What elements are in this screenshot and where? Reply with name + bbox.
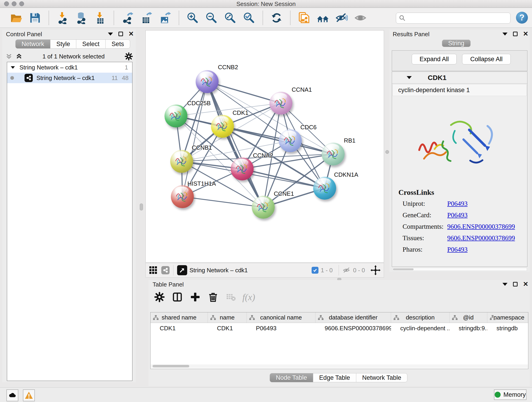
zoom-out-icon[interactable] [205, 12, 218, 24]
tab-select[interactable]: Select [76, 39, 106, 49]
table-cell[interactable]: P06493 [247, 323, 316, 333]
collapse-all-button[interactable]: Collapse All [462, 54, 511, 64]
apply-layout-icon[interactable] [270, 12, 283, 24]
selected-items-checkbox[interactable] [312, 267, 318, 274]
collapse-section-icon[interactable] [407, 76, 412, 79]
export-image-icon[interactable] [159, 12, 172, 24]
tab-node-table[interactable]: Node Table [270, 373, 313, 382]
tab-string[interactable]: String [442, 40, 471, 47]
table-options-gear-icon[interactable] [153, 291, 166, 303]
float-panel-icon[interactable] [119, 32, 123, 36]
crosslink-link[interactable]: P06493 [447, 200, 468, 207]
table-row[interactable]: CDK1CDK1P064939606.ENSP00000378699cyclin… [151, 323, 528, 333]
protein-structure-image [392, 96, 527, 188]
left-splitter-handle[interactable] [140, 204, 143, 211]
network-node-hist1h1a[interactable] [171, 185, 194, 208]
hide-graphics-details-icon[interactable] [335, 12, 348, 24]
network-node-ccne1[interactable] [252, 196, 275, 219]
expand-all-button[interactable]: Expand All [412, 54, 457, 64]
network-edge[interactable] [207, 82, 263, 207]
tab-network[interactable]: Network [15, 39, 51, 49]
help-icon[interactable]: ? [516, 12, 528, 24]
column-header-database-identifier[interactable]: database identifier [316, 313, 391, 323]
column-header-description[interactable]: description [391, 313, 450, 323]
float-panel-icon[interactable] [513, 282, 518, 287]
import-table-file-icon[interactable] [94, 12, 107, 24]
column-header-namespace[interactable]: namespace [487, 313, 528, 323]
close-panel-icon[interactable]: ✕ [128, 32, 134, 36]
network-node-ccnb2[interactable] [196, 70, 219, 93]
panel-menu-icon[interactable] [502, 283, 507, 286]
network-edge[interactable] [182, 197, 263, 207]
float-panel-icon[interactable] [513, 32, 518, 36]
zoom-in-icon[interactable] [186, 12, 199, 24]
column-header-shared-name[interactable]: shared name [151, 313, 208, 323]
results-scroll-thumb[interactable] [393, 268, 413, 270]
export-table-icon[interactable] [140, 12, 153, 24]
zoom-fit-icon[interactable] [224, 12, 237, 24]
tab-network-table[interactable]: Network Table [356, 373, 408, 382]
results-scrollbar[interactable] [392, 268, 527, 271]
network-canvas[interactable]: CCNB2CCNA1CDC25BCDK1CDC6RB1CCNB1CCNA2CDK… [146, 30, 384, 263]
expand-all-networks-icon[interactable] [6, 53, 12, 60]
import-network-file-icon[interactable] [56, 12, 69, 24]
network-node-cdkn1a[interactable] [313, 177, 336, 200]
home-pages-icon[interactable] [317, 12, 329, 24]
birds-eye-view-icon[interactable] [370, 265, 380, 275]
column-header-canonical-name[interactable]: canonical name [247, 313, 316, 323]
table-cell[interactable]: stringdb [487, 323, 528, 333]
collapse-collection-icon[interactable] [11, 66, 15, 69]
panel-menu-icon[interactable] [108, 32, 113, 36]
memory-button[interactable]: Memory [494, 389, 526, 400]
create-column-icon[interactable] [189, 291, 202, 303]
crosslink-link[interactable]: P06493 [447, 211, 468, 219]
zoom-selected-icon[interactable] [243, 12, 255, 24]
network-node-ccna2[interactable] [231, 157, 254, 180]
crosslink-link[interactable]: 9606.ENSP00000378699 [447, 223, 515, 230]
network-row[interactable]: String Network – cdk1 11 48 [7, 73, 132, 83]
network-node-cdc6[interactable] [279, 129, 302, 152]
table-cell[interactable]: 9606.ENSP00000378699 [316, 323, 391, 333]
network-options-gear-icon[interactable] [125, 52, 133, 61]
panel-menu-icon[interactable] [502, 32, 507, 36]
table-cell[interactable]: cyclin-dependent ... [391, 323, 450, 333]
collapse-all-networks-icon[interactable] [16, 53, 22, 60]
table-cell[interactable]: CDK1 [208, 323, 247, 333]
toolbar-separator [290, 11, 291, 25]
network-collection-row[interactable]: String Network – cdk1 1 [7, 62, 132, 73]
show-columns-icon[interactable] [171, 291, 184, 303]
warnings-button[interactable] [23, 389, 35, 401]
network-node-ccna1[interactable] [269, 92, 292, 115]
network-node-rb1[interactable] [322, 143, 345, 166]
close-panel-icon[interactable]: ✕ [523, 32, 528, 36]
tab-style[interactable]: Style [50, 39, 76, 49]
column-header-name[interactable]: name [208, 313, 247, 323]
tab-sets[interactable]: Sets [105, 39, 130, 49]
export-network-icon[interactable] [121, 12, 134, 24]
close-panel-icon[interactable]: ✕ [523, 282, 528, 287]
crosslink-link[interactable]: 9606.ENSP00000378699 [447, 234, 515, 242]
string-view-icon[interactable] [161, 266, 170, 274]
table-h-scrollbar[interactable] [151, 364, 528, 368]
open-session-icon[interactable] [10, 12, 23, 24]
table-cell[interactable]: stringdb:9... [450, 323, 487, 333]
detach-view-icon[interactable] [177, 265, 187, 275]
delete-column-icon[interactable] [207, 291, 220, 303]
table-scroll-thumb[interactable] [152, 365, 189, 367]
network-edge[interactable] [182, 82, 207, 197]
table-cell[interactable]: CDK1 [151, 323, 208, 333]
search-input[interactable] [406, 15, 504, 22]
network-node-cdc25b[interactable] [165, 104, 187, 128]
protein-card-header[interactable]: CDK1 [392, 72, 527, 84]
crosslink-link[interactable]: P06493 [447, 246, 468, 253]
grid-view-icon[interactable] [149, 266, 158, 274]
network-node-cdk1[interactable] [211, 115, 234, 138]
import-network-database-icon[interactable] [75, 12, 88, 24]
column-header--id[interactable]: @id [450, 313, 487, 323]
save-session-icon[interactable] [29, 12, 41, 24]
clone-network-icon[interactable] [298, 12, 310, 24]
tab-edge-table[interactable]: Edge Table [313, 373, 356, 382]
network-node-ccnb1[interactable] [170, 150, 193, 173]
cloud-button[interactable] [6, 389, 18, 401]
right-splitter-handle[interactable] [385, 150, 389, 154]
